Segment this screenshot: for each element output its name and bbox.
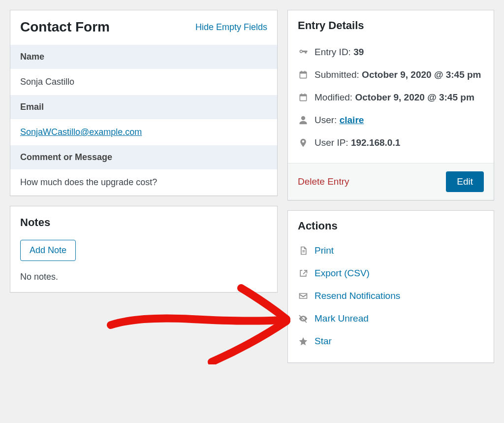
calendar-icon: [298, 70, 309, 80]
field-value-email: SonjaWCastillo@example.com: [10, 119, 277, 145]
add-note-button[interactable]: Add Note: [20, 240, 76, 261]
delete-entry-link[interactable]: Delete Entry: [298, 176, 349, 187]
calendar-icon: [298, 93, 309, 102]
user-ip-row: User IP: 192.168.0.1: [298, 131, 484, 154]
notes-title: Notes: [20, 216, 267, 229]
action-star-label: Star: [315, 336, 332, 347]
entry-id-row: Entry ID: 39: [298, 41, 484, 64]
action-print-label: Print: [315, 245, 334, 256]
key-icon: [298, 47, 309, 57]
contact-form-title: Contact Form: [20, 19, 110, 35]
action-export-label: Export (CSV): [315, 268, 370, 279]
mail-icon: [298, 291, 309, 301]
user-icon: [298, 115, 309, 125]
field-label-comment: Comment or Message: [10, 145, 277, 169]
action-mark-unread-label: Mark Unread: [315, 313, 369, 324]
field-value-comment: How much does the upgrade cost?: [10, 169, 277, 195]
action-print[interactable]: Print: [298, 239, 484, 262]
modified-row: Modified: October 9, 2020 @ 3:45 pm: [298, 86, 484, 109]
user-ip-value: 192.168.0.1: [351, 137, 400, 148]
edit-button[interactable]: Edit: [446, 171, 484, 192]
hide-empty-fields-link[interactable]: Hide Empty Fields: [195, 22, 267, 33]
submitted-row: Submitted: October 9, 2020 @ 3:45 pm: [298, 64, 484, 86]
actions-panel: Actions Print Export (CSV) Resend Notifi…: [287, 210, 494, 363]
user-row: User: claire: [298, 109, 484, 131]
document-icon: [298, 246, 309, 256]
location-icon: [298, 138, 309, 148]
notes-panel: Notes Add Note No notes.: [10, 206, 278, 293]
entry-details-panel: Entry Details Entry ID: 39 Submitted: Oc…: [287, 10, 494, 200]
export-icon: [298, 268, 309, 278]
field-label-email: Email: [10, 95, 277, 119]
user-link[interactable]: claire: [340, 115, 364, 125]
star-icon: [298, 336, 309, 346]
field-value-name: Sonja Castillo: [10, 69, 277, 95]
submitted-value: October 9, 2020 @ 3:45 pm: [362, 69, 481, 80]
email-link[interactable]: SonjaWCastillo@example.com: [20, 127, 142, 137]
action-star[interactable]: Star: [298, 330, 484, 353]
action-mark-unread[interactable]: Mark Unread: [298, 307, 484, 330]
contact-form-panel: Contact Form Hide Empty Fields Name Sonj…: [10, 10, 278, 196]
action-resend-label: Resend Notifications: [315, 291, 400, 301]
entry-id-value: 39: [353, 47, 364, 57]
actions-title: Actions: [288, 211, 494, 237]
entry-details-title: Entry Details: [288, 10, 494, 37]
modified-value: October 9, 2020 @ 3:45 pm: [355, 92, 474, 102]
action-resend-notifications[interactable]: Resend Notifications: [298, 285, 484, 307]
notes-empty-text: No notes.: [20, 272, 267, 282]
field-label-name: Name: [10, 45, 277, 69]
eye-slash-icon: [298, 314, 309, 324]
action-export-csv[interactable]: Export (CSV): [298, 262, 484, 285]
